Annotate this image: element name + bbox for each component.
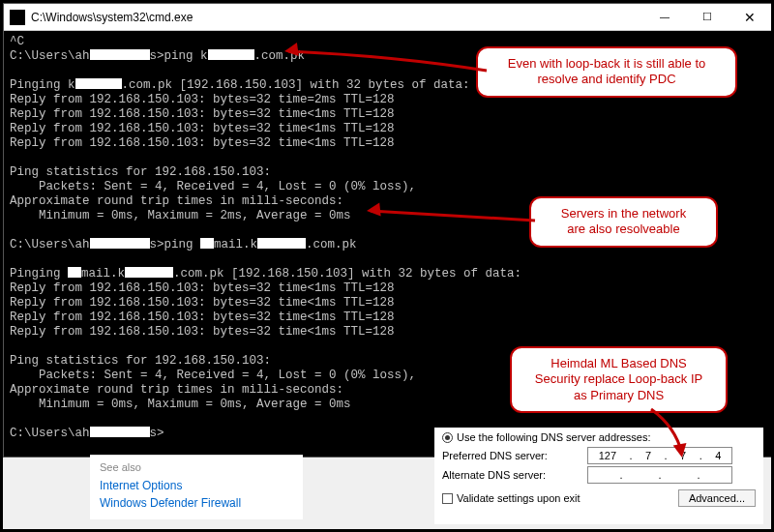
callout-text: Servers in the network are also resolvea… bbox=[545, 206, 702, 238]
callout-arrow-2 bbox=[361, 211, 545, 253]
svg-marker-2 bbox=[673, 443, 689, 458]
callout-heimdal-dns: Heimdal ML Based DNS Security replace Lo… bbox=[510, 346, 728, 413]
preferred-dns-label: Preferred DNS server: bbox=[442, 450, 587, 461]
minimize-button[interactable] bbox=[643, 4, 686, 31]
window-controls bbox=[643, 4, 771, 31]
titlebar[interactable]: C:\Windows\system32\cmd.exe bbox=[4, 4, 771, 31]
dns-radio-row[interactable]: Use the following DNS server addresses: bbox=[442, 431, 756, 443]
see-also-header: See also bbox=[100, 461, 293, 473]
callout-text: Even with loop-back it is still able to … bbox=[491, 56, 722, 88]
cmd-icon bbox=[10, 10, 25, 25]
callout-arrow-3 bbox=[622, 407, 700, 469]
callout-text: Heimdal ML Based DNS Security replace Lo… bbox=[525, 356, 712, 403]
advanced-button[interactable]: Advanced... bbox=[678, 489, 756, 507]
maximize-button[interactable] bbox=[686, 4, 729, 31]
callout-servers-resolvable: Servers in the network are also resolvea… bbox=[529, 196, 718, 248]
dns-settings-panel: Use the following DNS server addresses: … bbox=[434, 428, 763, 524]
radio-selected-icon[interactable] bbox=[442, 432, 453, 443]
see-also-panel: See also Internet Options Windows Defend… bbox=[90, 455, 303, 519]
link-internet-options[interactable]: Internet Options bbox=[100, 479, 293, 492]
callout-loopback-resolve: Even with loop-back it is still able to … bbox=[476, 46, 737, 98]
callout-arrow-1 bbox=[279, 51, 491, 113]
window-title: C:\Windows\system32\cmd.exe bbox=[31, 11, 643, 24]
alternate-dns-label: Alternate DNS server: bbox=[442, 469, 587, 481]
link-defender-firewall[interactable]: Windows Defender Firewall bbox=[100, 496, 293, 510]
validate-checkbox[interactable]: Validate settings upon exit bbox=[442, 492, 580, 505]
close-button[interactable] bbox=[729, 4, 771, 31]
